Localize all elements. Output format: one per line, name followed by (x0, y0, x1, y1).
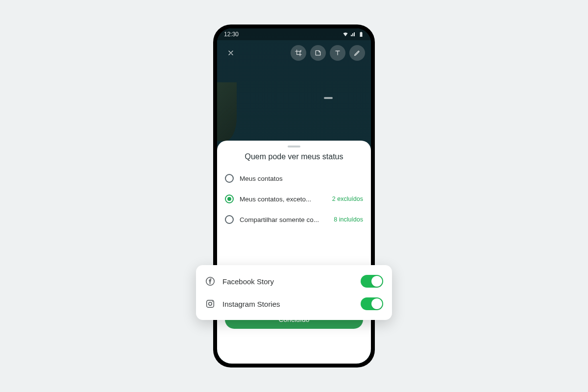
text-icon (334, 49, 342, 57)
signal-icon (350, 31, 356, 37)
sticker-icon (314, 49, 322, 57)
facebook-story-label: Facebook Story (222, 277, 354, 286)
svg-point-3 (212, 301, 213, 302)
sticker-button[interactable] (310, 45, 326, 61)
option-my-contacts[interactable]: Meus contatos (225, 168, 363, 189)
facebook-icon (205, 276, 216, 287)
cross-post-card: Facebook Story Instagram Stories (196, 265, 392, 320)
option-meta: 8 incluídos (334, 216, 363, 223)
crop-rotate-icon (294, 49, 302, 57)
android-status-bar: 12:30 (217, 28, 371, 40)
sheet-handle[interactable] (288, 146, 300, 147)
svg-point-2 (209, 302, 212, 305)
facebook-story-row[interactable]: Facebook Story (205, 270, 383, 293)
status-indicators (343, 31, 364, 37)
text-button[interactable] (330, 45, 345, 61)
privacy-options: Meus contatos Meus contatos, exceto... 2… (217, 168, 371, 230)
sheet-title: Quem pode ver meus status (217, 152, 371, 161)
instagram-stories-label: Instagram Stories (222, 300, 354, 308)
close-button[interactable] (223, 45, 239, 61)
option-label: Meus contatos (240, 175, 363, 182)
status-time: 12:30 (224, 31, 239, 38)
close-icon (227, 49, 235, 57)
privacy-bottom-sheet: Quem pode ver meus status Meus contatos … (217, 141, 371, 364)
background-cliff (217, 82, 237, 141)
option-share-only-with[interactable]: Compartilhar somente co... 8 incluídos (225, 209, 363, 230)
instagram-stories-row[interactable]: Instagram Stories (205, 293, 383, 315)
editor-toolbar (217, 40, 371, 61)
option-label: Compartilhar somente co... (240, 216, 328, 223)
instagram-stories-toggle[interactable] (361, 297, 383, 310)
option-label: Meus contatos, exceto... (240, 196, 326, 203)
instagram-icon (205, 298, 216, 309)
wifi-icon (343, 31, 348, 37)
radio-icon (225, 195, 234, 203)
radio-icon (225, 174, 234, 183)
draw-button[interactable] (349, 45, 365, 61)
battery-icon (358, 31, 364, 37)
radio-icon (225, 215, 234, 224)
crop-rotate-button[interactable] (291, 45, 306, 61)
option-contacts-except[interactable]: Meus contatos, exceto... 2 excluídos (225, 189, 363, 209)
pencil-icon (353, 49, 361, 57)
facebook-story-toggle[interactable] (361, 275, 383, 288)
option-meta: 2 excluídos (332, 196, 363, 202)
